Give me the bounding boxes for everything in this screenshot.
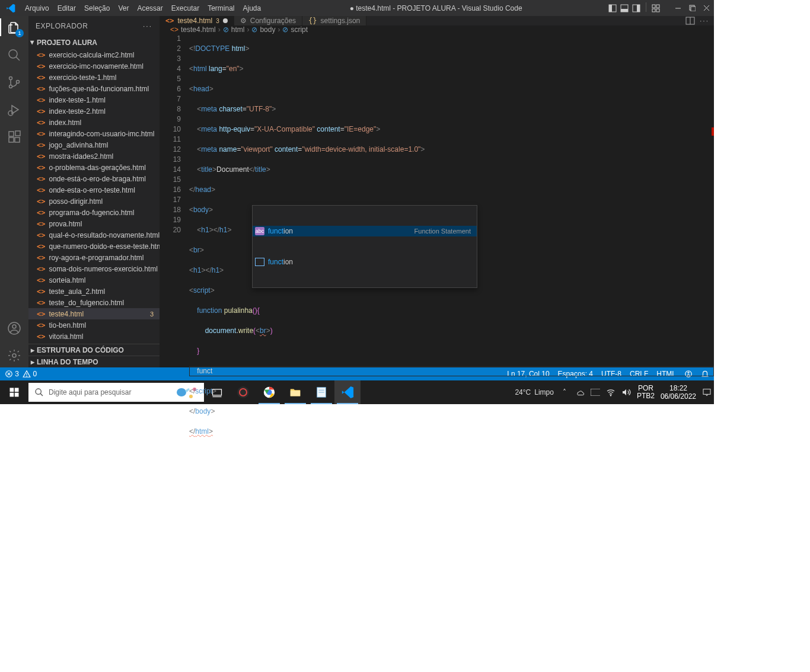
html-file-icon: <> [37, 254, 45, 262]
toggle-right-panel-icon[interactable] [630, 2, 642, 14]
taskbar-vscode-icon[interactable] [334, 380, 361, 404]
run-debug-icon[interactable] [6, 101, 23, 118]
file-name: teste_do_fulgencio.html [49, 299, 124, 307]
accounts-icon[interactable] [6, 320, 23, 337]
settings-gear-icon[interactable] [6, 347, 23, 364]
project-name: PROJETO ALURA [37, 39, 97, 47]
overview-ruler-error[interactable] [712, 127, 714, 136]
file-row[interactable]: <>tio-ben.html [28, 319, 160, 331]
html-file-icon: <> [37, 299, 45, 307]
menu-terminal[interactable]: Terminal [203, 4, 238, 12]
tab-settings-json[interactable]: {} settings.json [302, 16, 366, 25]
breadcrumbs[interactable]: <> teste4.html› ⊘html› ⊘body› ⊘script [160, 25, 714, 34]
html-file-icon: <> [37, 310, 45, 318]
toggle-bottom-panel-icon[interactable] [618, 2, 630, 14]
file-row[interactable]: <>exercicio-teste-1.html [28, 72, 160, 83]
file-row[interactable]: <>teste_do_fulgencio.html [28, 297, 160, 308]
svg-rect-39 [15, 388, 19, 392]
window-maximize-icon[interactable] [687, 3, 697, 14]
toggle-left-panel-icon[interactable] [607, 2, 618, 14]
html-file-icon: <> [37, 220, 45, 228]
file-name: prova.html [49, 220, 82, 228]
file-row[interactable]: <>index-teste-1.html [28, 94, 160, 105]
file-row[interactable]: <>sorteia.html [28, 274, 160, 286]
tab-teste4[interactable]: <> teste4.html 3 [160, 16, 234, 25]
layout-controls [607, 2, 662, 14]
file-row[interactable]: <>vitoria.html [28, 331, 160, 342]
explorer-more-icon[interactable]: ··· [143, 22, 152, 30]
html-file-icon: <> [37, 164, 45, 172]
error-count[interactable]: 3 [5, 370, 19, 378]
file-name: vitoria.html [49, 332, 83, 341]
outline-section[interactable]: ▸ ESTRUTURA DO CÓDIGO [28, 344, 160, 356]
svg-point-19 [17, 81, 20, 84]
extensions-icon[interactable] [6, 129, 23, 145]
window-minimize-icon[interactable] [672, 3, 683, 14]
file-row[interactable]: <>soma-dois-numeros-exercicio.html [28, 263, 160, 274]
file-row[interactable]: <>prova.html [28, 218, 160, 229]
html-file-icon: <> [37, 276, 45, 284]
file-row[interactable]: <>programa-do-fugencio.html [28, 207, 160, 218]
file-row[interactable]: <>fuções-que-não-funcionam.html [28, 83, 160, 94]
activity-bar: 1 [0, 16, 28, 367]
menu-ver[interactable]: Ver [114, 4, 133, 12]
explorer-icon[interactable]: 1 [6, 20, 23, 36]
file-row[interactable]: <>posso-dirigir.html [28, 196, 160, 207]
svg-point-27 [12, 325, 16, 328]
menu-ajuda[interactable]: Ajuda [239, 4, 266, 12]
html-file-icon: <> [37, 209, 45, 217]
svg-rect-38 [10, 388, 14, 392]
keyword-kind-icon: abc [255, 227, 264, 235]
file-row[interactable]: <>o-problema-das-gerações.html [28, 162, 160, 173]
autocomplete-item[interactable]: abc function Function Statement [253, 226, 477, 236]
file-row[interactable]: <>roy-agora-e-programador.html [28, 252, 160, 263]
html-file-icon: <> [37, 96, 45, 104]
file-row[interactable]: <>mostra-idades2.html [28, 151, 160, 162]
source-control-icon[interactable] [6, 74, 23, 91]
search-icon[interactable] [6, 47, 23, 63]
project-folder-header[interactable]: ▸ PROJETO ALURA [28, 36, 160, 49]
file-row[interactable]: <>index-teste-2.html [28, 105, 160, 117]
file-row[interactable]: <>interagindo-com-usuario-imc.html [28, 128, 160, 139]
file-name: exercicio-imc-novamente.html [49, 62, 143, 71]
task-view-icon[interactable] [204, 380, 230, 404]
html-file-icon: <> [37, 152, 45, 161]
file-row[interactable]: <>qual-é-o-resultado-novamente.html [28, 229, 160, 241]
code-editor[interactable]: 1234567891011121314151617181920 <!DOCTYP… [160, 34, 714, 487]
start-button[interactable] [0, 380, 28, 404]
modified-dot-icon [223, 18, 228, 23]
window-close-icon[interactable] [701, 3, 712, 14]
taskbar-app-1[interactable] [230, 380, 256, 404]
file-row[interactable]: <>teste4.html3 [28, 308, 160, 319]
tab-configuracoes[interactable]: ⚙ Configurações [234, 16, 302, 25]
html-file-icon: <> [37, 119, 45, 127]
taskbar-chrome-icon[interactable] [256, 380, 282, 404]
customize-layout-icon[interactable] [650, 2, 662, 14]
menu-arquivo[interactable]: Arquivo [21, 4, 53, 12]
warning-count[interactable]: 0 [23, 370, 37, 378]
svg-point-18 [9, 85, 12, 88]
menu-selecao[interactable]: Seleção [80, 4, 114, 12]
file-row[interactable]: <>onde-esta-o-erro-teste.html [28, 184, 160, 196]
autocomplete-popup[interactable]: abc function Function Statement function [252, 205, 477, 288]
file-row[interactable]: <>jogo_adivinha.html [28, 139, 160, 151]
file-name: roy-agora-e-programador.html [49, 254, 143, 262]
timeline-section[interactable]: ▸ LINHA DO TEMPO [28, 356, 160, 367]
file-row[interactable]: <>teste_aula_2.html [28, 286, 160, 297]
taskbar-file-explorer-icon[interactable] [282, 380, 308, 404]
taskbar-notepad-icon[interactable] [308, 380, 334, 404]
search-placeholder: Digite aqui para pesquisar [49, 388, 131, 396]
autocomplete-item[interactable]: function [253, 257, 477, 267]
file-row[interactable]: <>exercicio-imc-novamente.html [28, 60, 160, 72]
file-row[interactable]: <>index.html [28, 117, 160, 128]
menu-acessar[interactable]: Acessar [133, 4, 167, 12]
menu-editar[interactable]: Editar [53, 4, 80, 12]
more-actions-icon[interactable]: ··· [700, 17, 709, 25]
file-row[interactable]: <>onde-está-o-ero-de-braga.html [28, 173, 160, 184]
menu-executar[interactable]: Executar [167, 4, 203, 12]
html-file-icon: <> [37, 186, 45, 194]
file-row[interactable]: <>exercicio-calcula-imc2.html [28, 49, 160, 60]
svg-rect-3 [621, 9, 628, 12]
split-editor-icon[interactable] [685, 16, 695, 25]
file-row[interactable]: <>que-numero-doido-e-esse-teste.html [28, 241, 160, 252]
